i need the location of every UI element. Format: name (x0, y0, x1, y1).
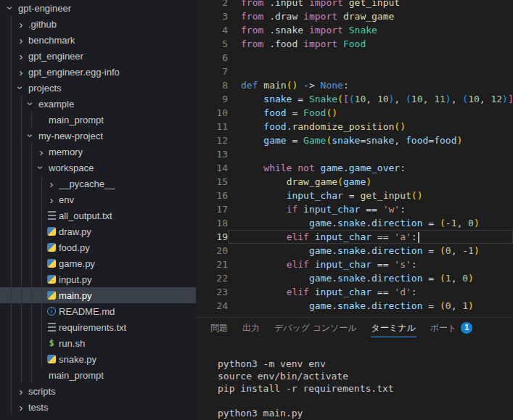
line-number[interactable]: 24 (196, 299, 228, 313)
tree-item-gpt_engineer[interactable]: ›gpt_engineer (0, 48, 196, 64)
tree-item-food.py[interactable]: food.py (0, 239, 196, 255)
tree-item-env[interactable]: ›env (0, 192, 196, 207)
indent-guide (6, 16, 16, 32)
tree-item-workspace[interactable]: ›workspace (0, 160, 196, 176)
line-number[interactable]: 14 (196, 161, 228, 175)
indent-guide (6, 48, 16, 64)
indent-guide (26, 367, 36, 383)
line-number[interactable]: 5 (196, 37, 228, 51)
line-number[interactable]: 12 (196, 133, 228, 147)
tree-item-main_prompt[interactable]: main_prompt (0, 112, 196, 128)
tree-item-example[interactable]: ›example (0, 96, 196, 112)
code-line-14[interactable]: 14 while not game.game_over: (196, 161, 513, 175)
code-line-21[interactable]: 21 elif input_char == 's': (196, 258, 513, 271)
line-number[interactable]: 4 (196, 23, 228, 37)
code-line-9[interactable]: 9 snake = Snake([(10, 10), (10, 11), (10… (196, 92, 513, 106)
line-number[interactable]: 16 (196, 189, 228, 202)
tree-item-__pycache__[interactable]: ›__pycache__ (0, 176, 196, 192)
code-line-19[interactable]: 19 elif input_char == 'a': (196, 230, 513, 244)
tree-item-memory[interactable]: ›memory (0, 144, 196, 160)
line-number[interactable]: 15 (196, 175, 228, 189)
tree-item-main_prompt[interactable]: main_prompt (0, 367, 196, 383)
code-line-22[interactable]: 22 game.snake.direction = (1, 0) (196, 271, 513, 285)
tree-item-requirements.txt[interactable]: requirements.txt (0, 319, 196, 335)
indent-guide (26, 271, 36, 287)
indent-guide (16, 160, 26, 176)
line-number[interactable]: 20 (196, 244, 228, 258)
line-number[interactable]: 17 (196, 202, 228, 216)
panel-tab-output[interactable]: 出力 (235, 318, 267, 339)
code-line-16[interactable]: 16 input_char = get_input() (196, 189, 513, 202)
code-line-24[interactable]: 24 game.snake.direction = (0, 1) (196, 299, 513, 313)
code-line-2[interactable]: 2from .input import get_input (196, 0, 513, 9)
tree-item-label: gpt_engineer (28, 51, 83, 62)
line-number[interactable]: 8 (196, 78, 228, 92)
panel-tab-debug-console[interactable]: デバッグ コンソール (267, 318, 364, 339)
code-line-20[interactable]: 20 game.snake.direction = (0, -1) (196, 244, 513, 258)
code-line-11[interactable]: 11 food.randomize_position() (196, 120, 513, 133)
code-line-10[interactable]: 10 food = Food() (196, 106, 513, 120)
file-icon-slot (46, 319, 57, 335)
code-editor[interactable]: 2from .input import get_input3from .draw… (196, 0, 513, 317)
line-number[interactable]: 3 (196, 9, 228, 23)
panel-tab-ports[interactable]: ポート1 (423, 318, 480, 339)
panel-tab-problems[interactable]: 問題 (203, 318, 235, 339)
line-number[interactable]: 2 (196, 0, 228, 9)
tree-item-label: __pycache__ (59, 178, 115, 189)
tree-item-gpt-engineer[interactable]: ›gpt-engineer (0, 0, 196, 16)
code-line-8[interactable]: 8def main() -> None: (196, 78, 513, 92)
indent-guide (16, 176, 26, 192)
code-line-3[interactable]: 3from .draw import draw_game (196, 9, 513, 23)
tree-item-tests[interactable]: ›tests (0, 399, 196, 415)
panel-tab-terminal[interactable]: ターミナル (364, 318, 423, 339)
tree-item-label: main.py (59, 290, 92, 301)
tree-item-scripts[interactable]: ›scripts (0, 383, 196, 399)
line-number[interactable]: 21 (196, 258, 228, 271)
line-number[interactable]: 6 (196, 51, 228, 65)
indent-guide (6, 64, 16, 80)
chevron-right-icon: › (16, 383, 26, 399)
tree-item-draw.py[interactable]: draw.py (0, 223, 196, 239)
code-line-13[interactable]: 13 (196, 147, 513, 161)
tree-item-all_output.txt[interactable]: all_output.txt (0, 207, 196, 223)
tree-item-run.sh[interactable]: $run.sh (0, 335, 196, 351)
indent-guide (26, 287, 36, 303)
indent-guide (16, 207, 26, 223)
line-number[interactable]: 10 (196, 106, 228, 120)
line-number[interactable]: 18 (196, 216, 228, 230)
line-number[interactable]: 11 (196, 120, 228, 133)
tree-item-.github[interactable]: ›.github (0, 16, 196, 32)
code-line-7[interactable]: 7 (196, 65, 513, 78)
indent-guide (26, 255, 36, 271)
line-number[interactable]: 22 (196, 271, 228, 285)
indent-guide (6, 287, 16, 303)
tree-item-benchmark[interactable]: ›benchmark (0, 32, 196, 48)
line-number[interactable]: 7 (196, 65, 228, 78)
tree-item-game.py[interactable]: game.py (0, 255, 196, 271)
code-line-5[interactable]: 5from .food import Food (196, 37, 513, 51)
code-line-6[interactable]: 6 (196, 51, 513, 65)
indent-guide (26, 303, 36, 319)
code-line-4[interactable]: 4from .snake import Snake (196, 23, 513, 37)
terminal-output[interactable]: python3 -m venv envsource env/bin/activa… (196, 339, 513, 419)
code-line-12[interactable]: 12 game = Game(snake=snake, food=food) (196, 133, 513, 147)
tree-item-projects[interactable]: ›projects (0, 80, 196, 96)
code-line-18[interactable]: 18 game.snake.direction = (-1, 0) (196, 216, 513, 230)
code-line-23[interactable]: 23 elif input_char == 'd': (196, 285, 513, 299)
indent-guide (6, 160, 16, 176)
tree-item-gpt_engineer.egg-info[interactable]: ›gpt_engineer.egg-info (0, 64, 196, 80)
code-text: while not game.game_over: (228, 161, 513, 175)
tree-item-main.py[interactable]: main.py (0, 287, 196, 303)
code-line-15[interactable]: 15 draw_game(game) (196, 175, 513, 189)
python-file-icon (47, 243, 56, 252)
line-number[interactable]: 13 (196, 147, 228, 161)
line-number[interactable]: 19 (196, 230, 228, 244)
line-number[interactable]: 23 (196, 285, 228, 299)
indent-guide (16, 319, 26, 335)
tree-item-snake.py[interactable]: snake.py (0, 351, 196, 367)
tree-item-input.py[interactable]: input.py (0, 271, 196, 287)
line-number[interactable]: 9 (196, 92, 228, 106)
tree-item-README.md[interactable]: iREADME.md (0, 303, 196, 319)
tree-item-my-new-project[interactable]: ›my-new-project (0, 128, 196, 144)
code-line-17[interactable]: 17 if input_char == 'w': (196, 202, 513, 216)
